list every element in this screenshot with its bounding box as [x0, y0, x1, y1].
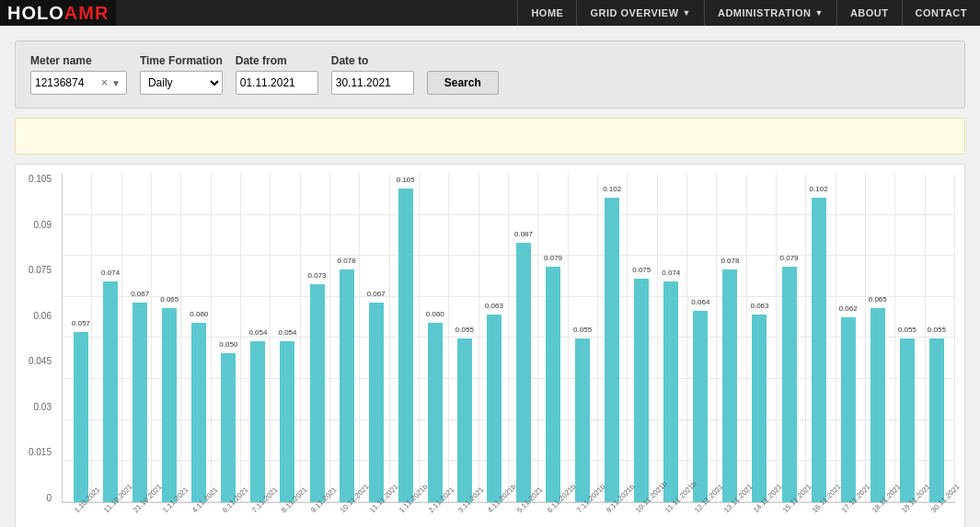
- main-content: Meter name × ▼ Time Formation Daily Date…: [0, 26, 980, 527]
- bar-item: 0.055: [568, 174, 597, 502]
- bar-value-label: 0.079: [780, 254, 799, 262]
- bar: 0.078: [340, 269, 354, 502]
- bar: 0.067: [369, 303, 384, 502]
- bar: 0.055: [929, 338, 944, 503]
- date-from-field: Date from: [236, 54, 318, 95]
- nav-item-contact[interactable]: Contact: [902, 0, 980, 26]
- meter-dropdown-icon[interactable]: ▼: [110, 78, 122, 88]
- bar: 0.057: [74, 332, 88, 502]
- bar-value-label: 0.063: [750, 302, 768, 310]
- bar: 0.073: [310, 284, 325, 502]
- bar-item: 0.054: [243, 174, 272, 502]
- bar: 0.064: [693, 311, 708, 502]
- bar-item: 0.055: [893, 174, 922, 502]
- bar-item: 0.105: [391, 174, 421, 502]
- bar-item: 0.060: [184, 174, 213, 502]
- bar: 0.055: [900, 338, 915, 503]
- bar: 0.062: [841, 317, 856, 502]
- date-to-label: Date to: [331, 54, 414, 67]
- bars-wrap: 0.0570.0740.0670.0650.0600.0500.0540.054…: [63, 174, 955, 502]
- y-axis-label: 0.09: [34, 220, 52, 230]
- bar: 0.065: [870, 308, 885, 502]
- nav-item-home[interactable]: Home: [517, 0, 576, 26]
- bar-item: 0.067: [362, 174, 391, 502]
- bar: 0.063: [752, 315, 767, 502]
- bar-value-label: 0.087: [514, 230, 533, 238]
- bar-value-label: 0.050: [219, 340, 237, 349]
- bar-value-label: 0.055: [898, 326, 917, 334]
- bar-value-label: 0.102: [810, 185, 828, 193]
- y-axis-label: 0.06: [34, 311, 52, 321]
- info-panel: [15, 118, 965, 155]
- y-axis-label: 0.045: [29, 356, 52, 366]
- logo-holo: HOLO: [7, 3, 64, 23]
- bar-value-label: 0.078: [721, 257, 739, 265]
- x-axis: 1.10.202111.10.202121.10.20211.11.20214.…: [62, 505, 955, 527]
- bar-item: 0.065: [155, 174, 184, 502]
- bar: 0.079: [546, 267, 560, 502]
- bar-value-label: 0.055: [455, 326, 474, 334]
- logo: HOLOAMR: [0, 0, 116, 26]
- bar-item: 0.074: [96, 174, 125, 502]
- bar-item: 0.063: [479, 174, 509, 502]
- time-formation-label: Time Formation: [140, 54, 223, 67]
- meter-input-wrap[interactable]: × ▼: [30, 71, 127, 95]
- bar-value-label: 0.057: [72, 319, 90, 327]
- chart-inner: 0.0570.0740.0670.0650.0600.0500.0540.054…: [62, 174, 955, 503]
- y-axis: 0.1050.090.0750.060.0450.030.0150: [16, 174, 57, 503]
- bar-value-label: 0.102: [603, 185, 621, 193]
- bar-value-label: 0.063: [485, 302, 503, 310]
- bar-item: 0.055: [450, 174, 479, 502]
- bar: 0.102: [605, 198, 619, 502]
- bar: 0.063: [487, 315, 502, 502]
- bar: 0.060: [191, 323, 206, 502]
- bar: 0.054: [280, 341, 294, 502]
- bar-item: 0.078: [332, 174, 362, 502]
- bar-item: 0.060: [421, 174, 450, 502]
- date-to-field: Date to: [331, 54, 414, 95]
- nav-item-grid-overview[interactable]: Grid Overview▼: [576, 0, 704, 26]
- bar-value-label: 0.065: [160, 295, 179, 304]
- bar-value-label: 0.075: [632, 266, 651, 274]
- bar-item: 0.079: [538, 174, 568, 502]
- navbar: HOLOAMR HomeGrid Overview▼Administration…: [0, 0, 980, 26]
- bar-item: 0.073: [303, 174, 332, 502]
- y-axis-label: 0.075: [29, 265, 52, 275]
- y-axis-label: 0.03: [34, 402, 52, 412]
- bar: 0.074: [103, 281, 118, 502]
- bar-value-label: 0.067: [131, 290, 149, 298]
- date-from-input[interactable]: [236, 71, 318, 95]
- date-from-label: Date from: [236, 54, 318, 67]
- meter-name-input[interactable]: [35, 76, 99, 89]
- nav-item-administration[interactable]: Administration▼: [704, 0, 836, 26]
- bar-item: 0.050: [213, 174, 243, 502]
- bar-value-label: 0.105: [397, 176, 415, 184]
- time-formation-select[interactable]: Daily: [140, 71, 223, 95]
- bar-value-label: 0.054: [278, 328, 296, 337]
- bar: 0.054: [250, 341, 265, 502]
- bar: 0.075: [634, 279, 649, 502]
- filter-panel: Meter name × ▼ Time Formation Daily Date…: [15, 40, 965, 109]
- bar-item: 0.067: [125, 174, 155, 502]
- caret-icon: ▼: [815, 8, 824, 17]
- meter-clear-icon[interactable]: ×: [99, 76, 110, 89]
- bar: 0.078: [722, 269, 737, 502]
- bar-value-label: 0.073: [308, 271, 327, 280]
- bar: 0.050: [221, 353, 236, 502]
- date-to-input[interactable]: [331, 71, 414, 95]
- search-button[interactable]: Search: [427, 71, 499, 95]
- bar-value-label: 0.067: [367, 290, 386, 298]
- bar-item: 0.055: [922, 174, 951, 502]
- bar-value-label: 0.062: [839, 304, 858, 313]
- bar-item: 0.063: [744, 174, 774, 502]
- bar-item: 0.057: [66, 174, 96, 502]
- bar-value-label: 0.060: [426, 310, 444, 318]
- bar-value-label: 0.060: [190, 310, 208, 318]
- bar-item: 0.064: [686, 174, 715, 502]
- nav-item-about[interactable]: About: [836, 0, 902, 26]
- bar-item: 0.078: [715, 174, 744, 502]
- chart-container: 0.1050.090.0750.060.0450.030.0150 0.0570…: [15, 164, 965, 527]
- bar-value-label: 0.055: [928, 326, 946, 334]
- bar: 0.055: [457, 338, 472, 503]
- bar-value-label: 0.074: [662, 269, 680, 277]
